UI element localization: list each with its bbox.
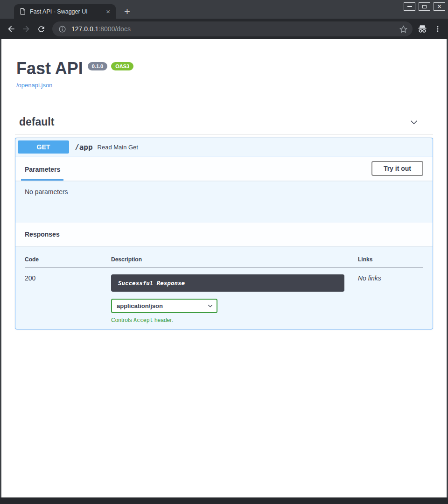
column-header-code: Code [25, 253, 111, 268]
maximize-button[interactable] [419, 2, 430, 11]
page-info-icon[interactable] [58, 25, 66, 33]
chevron-down-icon[interactable] [409, 117, 419, 127]
tag-divider [15, 134, 433, 134]
method-badge: GET [18, 140, 69, 154]
operation-path: /app [75, 143, 93, 152]
responses-table: Code Description Links 200 Successful Re… [25, 253, 423, 323]
swagger-ui: Fast API 0.1.0 OAS3 /openapi.json defaul… [1, 60, 447, 329]
column-header-description: Description [111, 253, 358, 268]
tab-parameters: Parameters [21, 166, 63, 181]
accept-header-hint: Controls Accept header. [111, 317, 358, 323]
tab-strip: Fast API - Swagger UI × + ✕ [0, 0, 448, 19]
media-type-wrap: application/json [111, 299, 217, 313]
no-parameters-text: No parameters [25, 188, 68, 196]
operation-summary: Read Main Get [98, 144, 138, 151]
responses-header: Responses [15, 223, 433, 246]
omnibox[interactable]: 127.0.0.1:8000/docs [52, 21, 413, 36]
response-description: Successful Response [111, 274, 344, 292]
close-icon: ✕ [437, 4, 441, 9]
close-button[interactable]: ✕ [434, 2, 445, 11]
opblock-summary[interactable]: GET /app Read Main Get [15, 138, 433, 156]
menu-kebab-icon[interactable] [434, 25, 441, 33]
tab-close-icon[interactable]: × [104, 8, 112, 15]
maximize-icon [422, 5, 427, 8]
minimize-icon [407, 6, 412, 7]
response-links: No links [358, 268, 423, 324]
bookmark-star-icon[interactable] [399, 25, 408, 34]
browser-toolbar: 127.0.0.1:8000/docs [0, 19, 448, 39]
url-host: 127.0.0.1 [71, 25, 98, 33]
response-row-200: 200 Successful Response application/json [25, 268, 423, 324]
responses-body: Code Description Links 200 Successful Re… [15, 246, 433, 329]
tag-header[interactable]: default [15, 116, 433, 128]
try-it-out-button[interactable]: Try it out [371, 161, 423, 176]
openapi-spec-link[interactable]: /openapi.json [16, 82, 52, 89]
back-button[interactable] [4, 21, 19, 36]
opblock-get-app: GET /app Read Main Get Parameters Try it… [15, 138, 433, 329]
column-header-links: Links [358, 253, 423, 268]
api-info: Fast API 0.1.0 OAS3 /openapi.json [15, 60, 433, 89]
oas-badge: OAS3 [111, 62, 133, 70]
responses-heading: Responses [25, 231, 60, 238]
parameters-header: Parameters Try it out [15, 156, 433, 181]
page-title: Fast API [16, 60, 83, 77]
favicon-document-icon [19, 8, 26, 15]
reload-button[interactable] [34, 21, 49, 36]
badges: 0.1.0 OAS3 [88, 60, 133, 70]
accept-code: Accept [133, 317, 153, 323]
page-viewport: Fast API 0.1.0 OAS3 /openapi.json defaul… [1, 39, 447, 497]
browser-window: Fast API - Swagger UI × + ✕ [0, 0, 448, 504]
tag-section-default: default GET /app Read Main Get Parameter… [15, 116, 433, 329]
forward-icon [21, 24, 31, 34]
browser-tab[interactable]: Fast API - Swagger UI × [14, 4, 116, 19]
tag-name: default [19, 116, 54, 128]
url-path: :8000/docs [98, 25, 131, 33]
parameters-body: No parameters [15, 181, 433, 223]
response-code: 200 [25, 268, 111, 324]
window-bottom-border [0, 497, 448, 504]
minimize-button[interactable] [404, 2, 415, 11]
incognito-icon [417, 25, 427, 33]
toolbar-actions [417, 25, 443, 33]
back-icon [7, 24, 16, 34]
forward-button[interactable] [19, 21, 34, 36]
new-tab-button[interactable]: + [124, 7, 130, 17]
reload-icon [37, 25, 46, 34]
tab-title: Fast API - Swagger UI [30, 8, 100, 15]
media-type-select[interactable]: application/json [111, 299, 217, 313]
version-badge: 0.1.0 [88, 62, 107, 70]
url-text: 127.0.0.1:8000/docs [71, 25, 399, 33]
window-controls: ✕ [404, 2, 445, 11]
